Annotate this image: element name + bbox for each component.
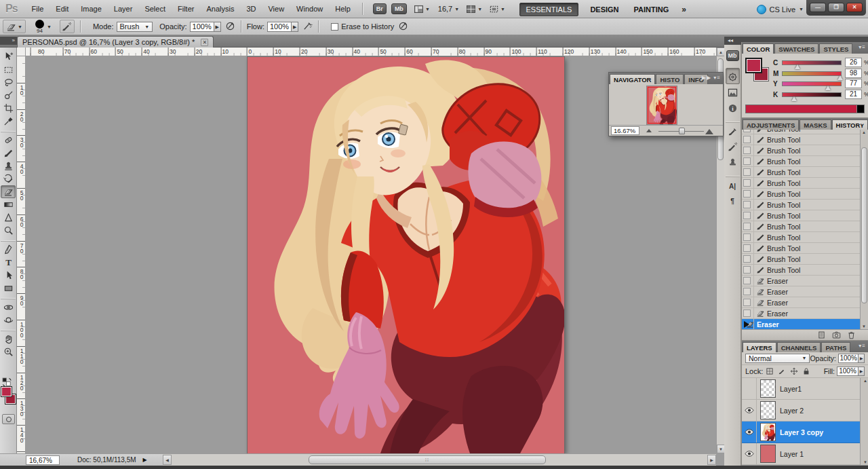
- workspace-essentials[interactable]: ESSENTIALS: [519, 3, 579, 16]
- history-source-checkbox[interactable]: [743, 299, 751, 306]
- panel-icon-paragraph[interactable]: ¶: [726, 194, 740, 208]
- lock-all-icon[interactable]: [802, 367, 810, 375]
- horizontal-scrollbar[interactable]: ◀ ⁞⁞ ▶: [163, 453, 716, 466]
- history-source-checkbox[interactable]: [743, 212, 751, 219]
- history-scroll-thumb[interactable]: [861, 147, 867, 303]
- slider-thumb[interactable]: [791, 96, 797, 101]
- workspace-painting[interactable]: PAINTING: [627, 5, 677, 14]
- layer-opacity-field[interactable]: 100%: [838, 354, 859, 363]
- tab-channels[interactable]: CHANNELS: [777, 342, 821, 352]
- tool-hand[interactable]: [1, 331, 16, 345]
- history-source-checkbox[interactable]: [743, 309, 751, 317]
- slider-track[interactable]: [782, 60, 842, 65]
- visibility-toggle[interactable]: [742, 400, 757, 421]
- history-source-checkbox[interactable]: [743, 190, 751, 198]
- visibility-toggle[interactable]: [742, 443, 757, 464]
- panel-icon-info[interactable]: [726, 101, 740, 115]
- flow-field[interactable]: 100%: [267, 22, 292, 32]
- horizontal-ruler[interactable]: 8070605040302010010203040506070809010011…: [26, 48, 716, 56]
- tab-histo[interactable]: HISTO: [656, 74, 684, 84]
- panel-icon-histogram[interactable]: [726, 86, 740, 100]
- tool-history-brush[interactable]: [1, 172, 16, 185]
- airbrush-toggle-button[interactable]: [302, 21, 313, 33]
- history-source-checkbox[interactable]: [743, 288, 751, 295]
- panel-icon-character[interactable]: A|: [726, 176, 740, 193]
- opacity-field[interactable]: 100%: [190, 22, 214, 32]
- history-entry[interactable]: Brush Tool: [742, 210, 868, 221]
- brush-preset-picker[interactable]: 94: [35, 20, 44, 34]
- foreground-color-swatch[interactable]: [1, 387, 12, 396]
- tool-eraser[interactable]: [1, 185, 16, 198]
- blend-mode-dropdown[interactable]: Normal▼: [745, 354, 810, 363]
- scroll-left-icon[interactable]: ◀: [163, 455, 172, 465]
- history-entry[interactable]: Brush Tool: [742, 200, 868, 210]
- history-source-checkbox[interactable]: [743, 223, 751, 230]
- opacity-spinner[interactable]: ▶: [214, 22, 221, 32]
- tool-zoom[interactable]: [1, 345, 16, 358]
- menu-filter[interactable]: Filter: [172, 0, 200, 18]
- history-source-checkbox[interactable]: [743, 179, 751, 187]
- lock-paint-icon[interactable]: [778, 367, 786, 375]
- screen-mode-button[interactable]: ▼: [489, 4, 505, 14]
- history-entry[interactable]: Brush Tool: [742, 130, 868, 134]
- history-entry[interactable]: Brush Tool: [742, 167, 868, 178]
- navigator-thumbnail[interactable]: [647, 86, 677, 124]
- menu-select[interactable]: Select: [138, 0, 172, 18]
- tool-marquee[interactable]: [1, 63, 16, 76]
- tool-path-select[interactable]: [1, 269, 16, 282]
- tool-shape[interactable]: [1, 282, 16, 295]
- tool-healing-brush[interactable]: [1, 132, 16, 147]
- layer-fill-field[interactable]: 100%: [837, 367, 859, 376]
- panel-menu-icon[interactable]: ▶▶ ▾≡: [702, 75, 721, 81]
- tablet-pressure-opacity-button[interactable]: [225, 21, 235, 33]
- menu-window[interactable]: Window: [290, 0, 329, 18]
- scroll-down-icon[interactable]: ▼: [861, 324, 867, 329]
- channel-value-field[interactable]: 98: [845, 69, 862, 78]
- zoom-out-icon[interactable]: [646, 129, 652, 132]
- history-entry[interactable]: Eraser: [742, 297, 868, 308]
- scroll-up-icon[interactable]: ▲: [863, 379, 867, 383]
- erase-to-history-checkbox[interactable]: [331, 23, 338, 31]
- status-zoom-field[interactable]: 16,67%: [26, 455, 60, 465]
- layer-row[interactable]: Layer 1: [742, 443, 868, 465]
- history-source-checkbox[interactable]: [743, 130, 751, 132]
- history-source-checkbox[interactable]: [743, 233, 751, 241]
- navigator-zoom-field[interactable]: 16.67%: [611, 126, 639, 135]
- slider-thumb[interactable]: [795, 64, 800, 69]
- navigator-zoom-slider[interactable]: [639, 126, 723, 136]
- zoom-in-icon[interactable]: [705, 129, 713, 134]
- quick-mask-button[interactable]: [2, 414, 15, 424]
- tab-layers[interactable]: LAYERS: [743, 342, 776, 352]
- layer-thumbnail[interactable]: [760, 401, 776, 419]
- slider-thumb[interactable]: [679, 128, 685, 134]
- black-swatch[interactable]: [856, 105, 864, 113]
- mode-dropdown[interactable]: Brush▼: [117, 22, 153, 32]
- vertical-ruler[interactable]: 102030405060708090100110120130140: [17, 56, 26, 453]
- tool-brush[interactable]: [1, 147, 16, 160]
- history-entry[interactable]: Brush Tool: [742, 232, 868, 243]
- layer-thumbnail[interactable]: [760, 423, 776, 441]
- zoom-level-dropdown[interactable]: 16,7▼: [438, 5, 459, 13]
- history-source-checkbox[interactable]: [743, 266, 751, 274]
- history-state-pointer[interactable]: [744, 321, 749, 328]
- restore-button[interactable]: ❐: [828, 3, 844, 12]
- navigator-view-box[interactable]: [648, 87, 676, 124]
- channel-value-field[interactable]: 77: [845, 79, 862, 88]
- menu-3d[interactable]: 3D: [240, 0, 262, 18]
- tablet-pressure-size-button[interactable]: [398, 21, 408, 33]
- ruler-origin-corner[interactable]: [17, 48, 26, 56]
- menu-analysis[interactable]: Analysis: [200, 0, 240, 18]
- cs-live-menu[interactable]: CS Live▼: [757, 0, 804, 18]
- tool-orbit-3d[interactable]: [1, 314, 16, 326]
- panel-icon-brush-panel[interactable]: [726, 140, 740, 154]
- tool-pen[interactable]: [1, 241, 16, 256]
- flow-spinner[interactable]: ▶: [292, 22, 298, 32]
- tool-rotate-3d[interactable]: [1, 299, 16, 314]
- scroll-right-icon[interactable]: ▶: [707, 455, 716, 465]
- history-source-checkbox[interactable]: [743, 136, 751, 143]
- color-ramp[interactable]: [745, 105, 865, 113]
- history-source-checkbox[interactable]: [743, 244, 751, 252]
- status-menu-arrow[interactable]: ▶: [143, 457, 147, 463]
- toolbar-collapse-header[interactable]: »: [0, 37, 17, 45]
- history-source-checkbox[interactable]: [743, 157, 751, 165]
